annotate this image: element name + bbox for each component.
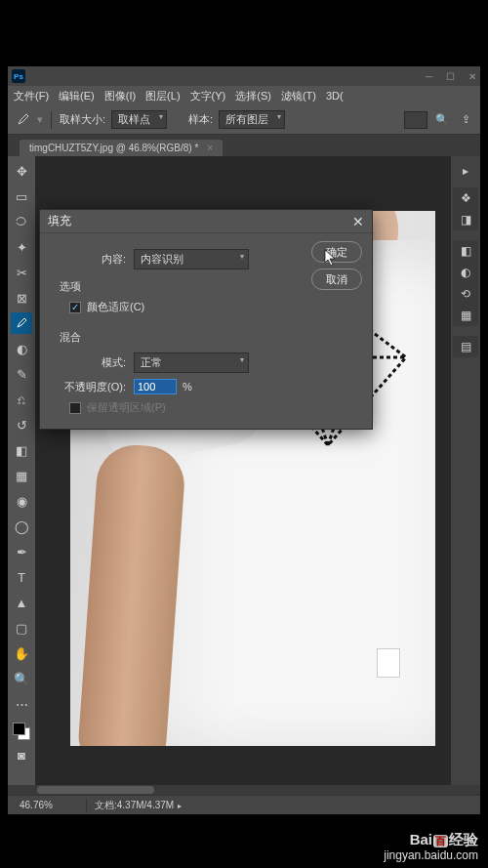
color-adapt-label: 颜色适应(C) [87,300,144,314]
menu-image[interactable]: 图像(I) [104,89,136,103]
document-tab-title: timgCHUZT5ZY.jpg @ 46.8%(RGB/8) * [29,143,198,153]
foreground-swatch[interactable] [13,723,25,735]
frame-tool-icon[interactable]: ⊠ [11,287,32,309]
blur-tool-icon[interactable]: ◉ [11,490,32,512]
panel-expand-icon[interactable]: ▸ [463,164,468,178]
sample-size-label: 取样大小: [60,112,105,127]
gradient-tool-icon[interactable]: ▦ [11,465,32,486]
color-panel-icon[interactable]: ◧ [461,244,471,258]
search-box[interactable] [404,111,427,129]
scrollbar-thumb[interactable] [37,786,154,794]
document-tab[interactable]: timgCHUZT5ZY.jpg @ 46.8%(RGB/8) * × [20,140,223,156]
shape-tool-icon[interactable]: ▢ [11,617,32,639]
mode-dropdown[interactable]: 正常 [134,352,249,373]
chevron-right-icon[interactable]: ▸ [178,802,182,810]
preserve-transparency-checkbox: 保留透明区域(P) [60,400,362,415]
menu-select[interactable]: 选择(S) [235,89,271,103]
horizontal-scrollbar[interactable] [8,785,480,795]
dialog-titlebar[interactable]: 填充 ✕ [40,210,372,233]
ps-app-icon: Ps [12,69,25,83]
zoom-level[interactable]: 46.76% [12,800,86,810]
preserve-transparency-label: 保留透明区域(P) [87,400,166,415]
dodge-tool-icon[interactable]: ◯ [11,516,32,537]
checkbox-icon[interactable] [69,302,81,313]
ok-button[interactable]: 确定 [311,241,362,263]
healing-brush-tool-icon[interactable]: ◐ [11,338,32,359]
history-brush-tool-icon[interactable]: ↺ [11,414,32,435]
close-icon[interactable]: ✕ [352,214,364,229]
status-bar: 46.76% 文档:4.37M/4.37M▸ [8,795,480,814]
adjustments-panel-icon[interactable]: ◐ [461,266,470,279]
quickmask-icon[interactable]: ◙ [11,744,32,765]
lasso-tool-icon[interactable] [11,211,32,232]
opacity-percent: % [183,381,192,393]
tools-panel: ✥ ▭ ✦ ✂ ⊠ ◐ ✎ ⎌ ↺ ◧ ▦ ◉ ◯ ✒ T ▲ ▢ ✋ 🔍 ⋯ [8,156,35,785]
content-dropdown[interactable]: 内容识别 [134,249,249,269]
right-panels: ▸ ❖ ◨ ◧ ◐ ⟲ ▦ ▤ [451,156,480,785]
watermark: Bai百经验 jingyan.baidu.com [384,831,478,862]
fill-dialog: 填充 ✕ 确定 取消 内容: 内容识别 选项 颜色适应(C) 混合 模式: 正常… [39,209,373,430]
mode-label: 模式: [60,355,134,370]
dialog-title: 填充 [48,213,71,229]
menu-filter[interactable]: 滤镜(T) [281,89,316,103]
history-panel-icon[interactable]: ⟲ [461,287,470,301]
clone-stamp-tool-icon[interactable]: ⎌ [11,389,32,410]
magic-wand-tool-icon[interactable]: ✦ [11,236,32,258]
color-swatches[interactable] [13,723,30,740]
layers-panel-icon[interactable]: ❖ [461,191,471,205]
watermark-url: jingyan.baidu.com [384,848,478,862]
share-icon[interactable]: ⇪ [457,111,474,129]
menu-layer[interactable]: 图层(L) [145,89,180,103]
options-bar: ▾ 取样大小: 取样点 样本: 所有图层 🔍 ⇪ [8,105,480,135]
zoom-tool-icon[interactable]: 🔍 [11,668,32,689]
menu-edit[interactable]: 编辑(E) [59,89,95,103]
tshirt-tag [377,648,400,678]
blend-group-label: 混合 [50,326,362,347]
search-icon[interactable]: 🔍 [433,111,451,129]
close-window-button[interactable]: ✕ [468,71,476,82]
content-label: 内容: [50,252,134,267]
eyedropper-tool-icon[interactable] [11,312,32,334]
marquee-tool-icon[interactable]: ▭ [11,186,32,207]
brush-tool-icon[interactable]: ✎ [11,363,32,385]
libraries-panel-icon[interactable]: ▤ [461,340,471,353]
minimize-button[interactable]: ─ [426,71,432,82]
crop-tool-icon[interactable]: ✂ [11,262,32,283]
menu-bar: 文件(F) 编辑(E) 图像(I) 图层(L) 文字(Y) 选择(S) 滤镜(T… [8,86,480,105]
document-info[interactable]: 文档:4.37M/4.37M▸ [86,799,189,812]
path-select-tool-icon[interactable]: ▲ [11,592,32,613]
window-titlebar: Ps ─ ☐ ✕ [8,66,480,86]
opacity-input[interactable] [134,379,177,394]
sample-label: 样本: [188,112,213,127]
menu-file[interactable]: 文件(F) [14,89,49,103]
hand-tool-icon[interactable]: ✋ [11,642,32,664]
maximize-button[interactable]: ☐ [446,71,455,82]
checkbox-icon [69,402,81,414]
color-adapt-checkbox[interactable]: 颜色适应(C) [60,300,362,314]
move-tool-icon[interactable]: ✥ [11,160,32,182]
eyedropper-tool-icon[interactable] [14,111,31,129]
menu-3d[interactable]: 3D( [326,90,344,102]
opacity-label: 不透明度(O): [60,380,134,394]
pen-tool-icon[interactable]: ✒ [11,541,32,562]
edit-toolbar-icon[interactable]: ⋯ [11,693,32,715]
close-tab-icon[interactable]: × [207,143,213,153]
cancel-button[interactable]: 取消 [311,269,362,290]
menu-text[interactable]: 文字(Y) [190,89,226,103]
channels-panel-icon[interactable]: ◨ [461,213,471,227]
type-tool-icon[interactable]: T [11,566,32,588]
sample-layers-dropdown[interactable]: 所有图层 [219,110,285,129]
document-tab-bar: timgCHUZT5ZY.jpg @ 46.8%(RGB/8) * × [8,135,480,156]
sample-size-dropdown[interactable]: 取样点 [111,110,167,129]
eraser-tool-icon[interactable]: ◧ [11,439,32,461]
properties-panel-icon[interactable]: ▦ [461,309,471,322]
